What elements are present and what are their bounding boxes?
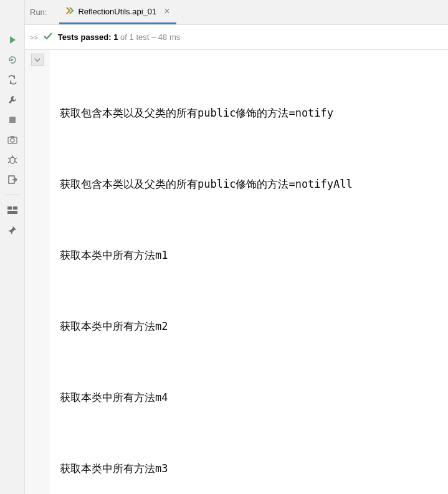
console-line: 获取本类中所有方法m2 <box>60 314 448 338</box>
play-icon[interactable] <box>6 34 19 46</box>
collapse-icon[interactable] <box>31 54 44 66</box>
check-icon <box>43 31 53 43</box>
status-bar: >> Tests passed: 1 of 1 test – 48 ms <box>25 25 448 50</box>
console-line: 获取本类中所有方法m3 <box>60 457 448 480</box>
rerun-icon[interactable] <box>6 54 19 66</box>
inner-gutter <box>25 50 50 494</box>
tab-label: ReflectionUtils.api_01 <box>78 7 156 16</box>
wrench-icon[interactable] <box>6 94 19 106</box>
tab-reflectionutils[interactable]: ReflectionUtils.api_01 ✕ <box>59 0 176 24</box>
stop-icon[interactable] <box>6 114 19 126</box>
toggle-breakpoints-icon[interactable] <box>6 74 19 86</box>
svg-point-4 <box>10 157 15 163</box>
tests-status: Tests passed: 1 of 1 test – 48 ms <box>58 32 180 42</box>
console-line: 获取本类中所有方法m1 <box>60 243 448 267</box>
console-output[interactable]: 获取包含本类以及父类的所有public修饰的方法=notify 获取包含本类以及… <box>50 50 448 494</box>
step-over-icon[interactable]: >> <box>30 34 38 41</box>
console-line: 获取包含本类以及父类的所有public修饰的方法=notify <box>60 101 448 125</box>
svg-rect-7 <box>13 206 17 210</box>
camera-icon[interactable] <box>6 133 19 146</box>
layout-icon[interactable] <box>6 204 19 216</box>
left-toolbar <box>0 0 25 494</box>
inner-area: 获取包含本类以及父类的所有public修饰的方法=notify 获取包含本类以及… <box>25 50 448 494</box>
bug-icon[interactable] <box>6 153 19 166</box>
main-panel: Run: ReflectionUtils.api_01 ✕ >> Tests p… <box>25 0 448 494</box>
svg-rect-3 <box>11 136 14 138</box>
run-label: Run: <box>30 7 47 17</box>
console-line: 获取本类中所有方法m4 <box>60 385 448 409</box>
svg-rect-8 <box>7 211 17 214</box>
exit-icon[interactable] <box>6 173 19 186</box>
svg-point-2 <box>11 138 14 142</box>
console-line: 获取包含本类以及父类的所有public修饰的方法=notifyAll <box>60 172 448 196</box>
run-config-icon <box>65 6 74 17</box>
close-icon[interactable]: ✕ <box>164 7 170 16</box>
svg-rect-6 <box>7 206 12 210</box>
pin-icon[interactable] <box>6 224 19 236</box>
tab-bar: Run: ReflectionUtils.api_01 ✕ <box>25 0 448 25</box>
svg-rect-0 <box>9 117 16 123</box>
